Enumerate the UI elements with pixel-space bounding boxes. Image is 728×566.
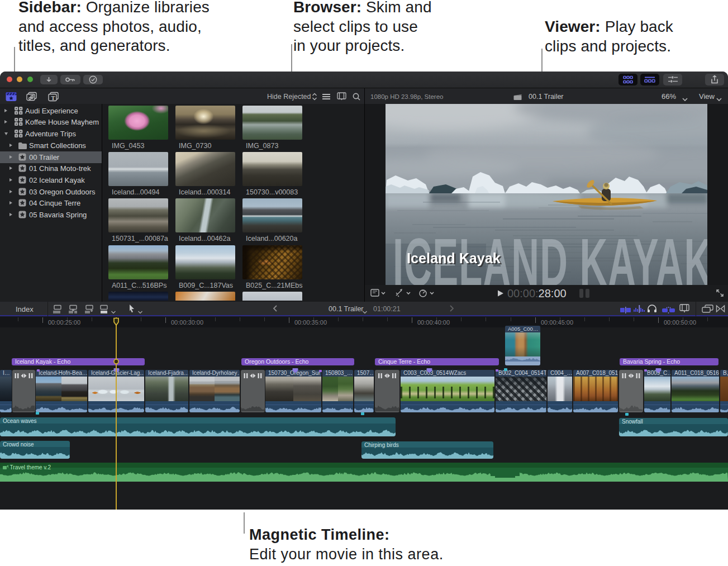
- svg-text:T: T: [51, 95, 55, 101]
- svg-text:Iceland Kayak: Iceland Kayak: [407, 250, 501, 266]
